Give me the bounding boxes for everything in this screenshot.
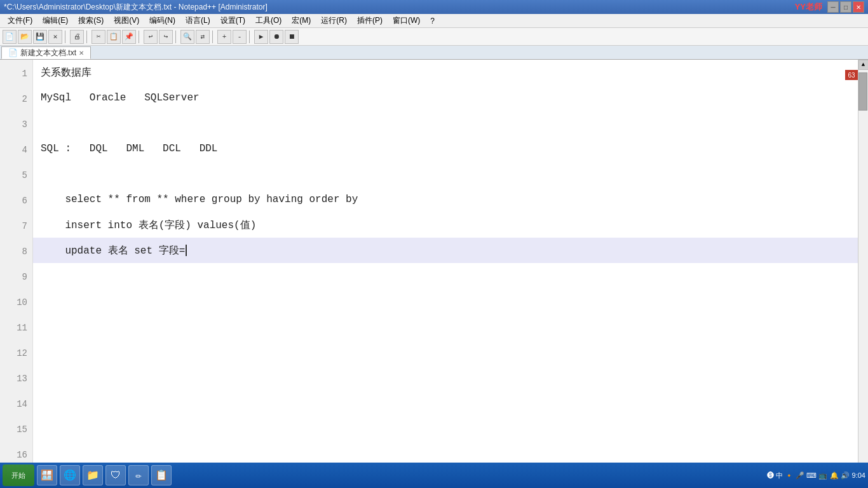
redo-button[interactable]: ↪ bbox=[159, 30, 173, 44]
record-button[interactable]: ⏺ bbox=[269, 30, 283, 44]
tab-close-button[interactable]: ✕ bbox=[79, 50, 84, 57]
taskbar-icon-4[interactable]: 🛡 bbox=[105, 465, 126, 485]
close-file-button[interactable]: ✕ bbox=[48, 30, 62, 44]
minimap-badge: 63 bbox=[845, 70, 858, 80]
menu-item-R[interactable]: 运行(R) bbox=[316, 14, 352, 27]
titlebar: *C:\Users\Administrator\Desktop\新建文本文档.t… bbox=[0, 0, 868, 14]
replace-button[interactable]: ⇄ bbox=[196, 30, 210, 44]
window-title: *C:\Users\Administrator\Desktop\新建文本文档.t… bbox=[4, 2, 795, 13]
toolbar-separator-1 bbox=[65, 30, 67, 43]
open-button[interactable]: 📂 bbox=[18, 30, 32, 44]
line-number-11: 11 bbox=[0, 315, 32, 341]
close-button[interactable]: ✕ bbox=[853, 1, 864, 13]
menu-item-L[interactable]: 语言(L) bbox=[180, 14, 215, 27]
code-line-1[interactable]: 关系数据库 bbox=[33, 60, 858, 85]
taskbar-time: 9:04 bbox=[852, 471, 865, 479]
code-line-13[interactable] bbox=[33, 365, 858, 390]
line-number-9: 9 bbox=[0, 264, 32, 290]
new-button[interactable]: 📄 bbox=[3, 30, 17, 44]
zoom-in-button[interactable]: + bbox=[217, 30, 231, 44]
print-button[interactable]: 🖨 bbox=[70, 30, 84, 44]
undo-button[interactable]: ↩ bbox=[144, 30, 158, 44]
code-line-14[interactable] bbox=[33, 390, 858, 416]
code-line-7[interactable]: insert into 表名(字段) values(值) bbox=[33, 212, 858, 238]
code-editor[interactable]: 关系数据库MySql Oracle SQLServerSQL : DQL DML… bbox=[33, 60, 858, 473]
save-button[interactable]: 💾 bbox=[33, 30, 47, 44]
code-line-10[interactable] bbox=[33, 288, 858, 314]
window-controls: ─ □ ✕ bbox=[827, 1, 864, 13]
code-line-6[interactable]: select ** from ** where group by having … bbox=[33, 187, 858, 212]
toolbar-separator-2 bbox=[86, 30, 89, 43]
line-number-2: 2 bbox=[0, 86, 32, 112]
line-number-12: 12 bbox=[0, 341, 32, 366]
menu-item-[interactable]: ? bbox=[425, 15, 440, 27]
taskbar-tray: 🅢 中 🔸 🎤 ⌨ 📺 🔔 🔊 9:04 bbox=[767, 471, 865, 480]
line-number-5: 5 bbox=[0, 163, 32, 188]
scroll-thumb[interactable] bbox=[858, 72, 867, 111]
code-line-2[interactable]: MySql Oracle SQLServer bbox=[33, 85, 858, 111]
line-number-7: 7 bbox=[0, 214, 32, 239]
taskbar-icon-3[interactable]: 📁 bbox=[83, 465, 103, 485]
editor-container: 12345678910111213141516 关系数据库MySql Oracl… bbox=[0, 60, 868, 473]
menu-bar: 文件(F)编辑(E)搜索(S)视图(V)编码(N)语言(L)设置(T)工具(O)… bbox=[0, 14, 868, 28]
code-line-15[interactable] bbox=[33, 416, 858, 441]
line-numbers: 12345678910111213141516 bbox=[0, 60, 33, 473]
zoom-out-button[interactable]: - bbox=[233, 30, 247, 44]
code-line-8[interactable]: update 表名 set 字段= bbox=[33, 238, 858, 263]
line-number-10: 10 bbox=[0, 290, 32, 315]
menu-item-M[interactable]: 宏(M) bbox=[287, 14, 316, 27]
tray-icons: 🅢 中 🔸 🎤 ⌨ 📺 🔔 🔊 bbox=[767, 471, 849, 480]
toolbar-separator-5 bbox=[212, 30, 215, 43]
code-line-4[interactable]: SQL : DQL DML DCL DDL bbox=[33, 136, 858, 161]
tab-label: 新建文本文档.txt bbox=[20, 48, 76, 58]
menu-item-S[interactable]: 搜索(S) bbox=[73, 14, 109, 27]
scroll-up-button[interactable]: ▲ bbox=[858, 60, 869, 70]
taskbar-icon-1[interactable]: 🪟 bbox=[37, 465, 57, 485]
taskbar-icon-6[interactable]: 📋 bbox=[151, 465, 172, 485]
code-line-5[interactable] bbox=[33, 161, 858, 187]
menu-item-W[interactable]: 窗口(W) bbox=[388, 14, 425, 27]
menu-item-E[interactable]: 编辑(E) bbox=[37, 14, 73, 27]
taskbar-icon-5[interactable]: ✏ bbox=[128, 465, 149, 485]
line-number-4: 4 bbox=[0, 137, 32, 163]
start-label: 开始 bbox=[11, 471, 25, 480]
taskbar-pinned-icons: 🪟 🌐 📁 🛡 ✏ 📋 bbox=[37, 465, 172, 485]
cut-button[interactable]: ✂ bbox=[92, 30, 105, 44]
copy-button[interactable]: 📋 bbox=[107, 30, 121, 44]
menu-item-F[interactable]: 文件(F) bbox=[3, 14, 37, 27]
toolbar: 📄 📂 💾 ✕ 🖨 ✂ 📋 📌 ↩ ↪ 🔍 ⇄ + - ▶ ⏺ ⏹ bbox=[0, 28, 868, 46]
run-button[interactable]: ▶ bbox=[254, 30, 268, 44]
find-button[interactable]: 🔍 bbox=[180, 30, 194, 44]
code-line-11[interactable] bbox=[33, 314, 858, 339]
line-number-15: 15 bbox=[0, 417, 32, 442]
stop-button[interactable]: ⏹ bbox=[285, 30, 299, 44]
paste-button[interactable]: 📌 bbox=[122, 30, 136, 44]
scroll-track[interactable] bbox=[858, 70, 868, 463]
line-number-8: 8 bbox=[0, 239, 32, 264]
menu-item-V[interactable]: 视图(V) bbox=[109, 14, 144, 27]
code-line-3[interactable] bbox=[33, 111, 858, 136]
minimize-button[interactable]: ─ bbox=[827, 1, 839, 13]
toolbar-separator-3 bbox=[139, 30, 141, 43]
tab-icon: 📄 bbox=[8, 48, 18, 57]
text-cursor bbox=[186, 245, 187, 256]
menu-item-T[interactable]: 设置(T) bbox=[215, 14, 250, 27]
taskbar-icon-2[interactable]: 🌐 bbox=[60, 465, 80, 485]
start-button[interactable]: 开始 bbox=[3, 464, 34, 486]
tab-document[interactable]: 📄 新建文本文档.txt ✕ bbox=[1, 46, 91, 59]
line-number-6: 6 bbox=[0, 188, 32, 214]
toolbar-separator-6 bbox=[249, 30, 252, 43]
menu-item-P[interactable]: 插件(P) bbox=[352, 14, 388, 27]
tab-bar: 📄 新建文本文档.txt ✕ bbox=[0, 46, 868, 60]
titlebar-brand: YY老师 bbox=[795, 1, 822, 13]
toolbar-separator-4 bbox=[175, 30, 178, 43]
windows-taskbar: 开始 🪟 🌐 📁 🛡 ✏ 📋 🅢 中 🔸 🎤 ⌨ 📺 🔔 🔊 9:04 bbox=[0, 463, 868, 488]
vertical-scrollbar[interactable]: ▲ ▼ bbox=[858, 60, 868, 473]
code-line-12[interactable] bbox=[33, 339, 858, 365]
menu-item-N[interactable]: 编码(N) bbox=[144, 14, 180, 27]
maximize-button[interactable]: □ bbox=[840, 1, 851, 13]
line-number-1: 1 bbox=[0, 61, 32, 86]
line-number-13: 13 bbox=[0, 366, 32, 391]
menu-item-O[interactable]: 工具(O) bbox=[250, 14, 287, 27]
code-line-9[interactable] bbox=[33, 263, 858, 288]
